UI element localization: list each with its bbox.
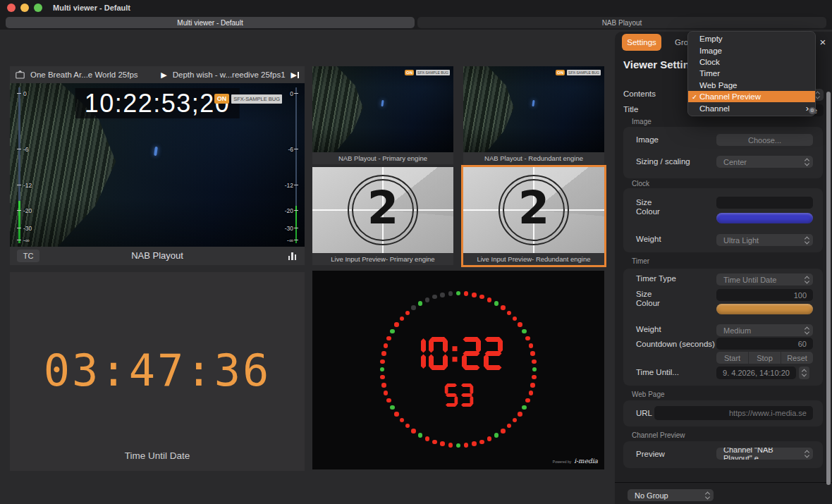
menu-item-clock[interactable]: Clock [688, 56, 815, 68]
clock-dot [386, 336, 391, 340]
menu-item-image[interactable]: Image [688, 44, 815, 56]
time-until-input[interactable]: 9. 4.2026, 14:10:20 [716, 367, 796, 379]
on-badge: ON [214, 94, 230, 104]
preview-label: Preview [636, 450, 665, 459]
live-input-panel-primary[interactable]: 2 Live Input Preview- Primary engine [312, 167, 453, 265]
meter-tick-label: -6 [288, 147, 293, 152]
channel-name-label: NAB Playout [10, 250, 305, 261]
sizing-label: Sizing / scaling [636, 157, 690, 166]
tab-nab-playout[interactable]: NAB Playout [417, 17, 826, 28]
meter-tick [17, 228, 21, 228]
clock-dot [390, 329, 394, 333]
meter-tick-label: -20 [285, 208, 293, 214]
clock-dot [522, 405, 526, 410]
tab-multi-viewer[interactable]: Multi viewer - Default [6, 17, 415, 28]
clock-dot [507, 311, 511, 315]
clock-dot [525, 398, 530, 402]
clock-dot [380, 367, 384, 371]
timer-size-input[interactable]: 100 [716, 289, 813, 301]
start-button[interactable]: Start [716, 352, 748, 364]
clock-dot [464, 443, 468, 447]
tab-settings[interactable]: Settings [622, 34, 661, 51]
sizing-select[interactable]: Center [716, 156, 813, 168]
timer-colour-swatch[interactable] [716, 304, 813, 314]
timer-countdown-value: 03:47:36 [44, 345, 271, 396]
clock-dot [432, 440, 436, 444]
countdown-seconds-input[interactable]: 60 [716, 338, 813, 350]
clock-dot [529, 343, 533, 348]
meter-tick-label: -30 [285, 226, 293, 231]
current-clip-title: One Breath Ar...e World 25fps [30, 70, 138, 79]
program-video[interactable]: 0-6-12-20-30-∞ 0-6-12-20-30-∞ 10:22:53;2… [10, 83, 305, 247]
clock-dot [405, 311, 410, 315]
live-input-panel-redundant-selected[interactable]: 2 Live Input Preview- Redundant engine [463, 167, 604, 265]
clock-colour-label: Colour [636, 207, 660, 216]
clock-dot [501, 305, 505, 309]
clock-dot [381, 351, 386, 355]
clock-weight-select[interactable]: Ultra Light [716, 234, 813, 246]
choose-image-button[interactable]: Choose... [716, 134, 813, 146]
traffic-light-zoom[interactable] [34, 4, 42, 12]
close-icon[interactable]: × [817, 36, 828, 47]
clock-dot [380, 375, 384, 379]
clock-dot [386, 398, 391, 402]
time-until-label: Time Until... [636, 368, 679, 377]
clock-dot [384, 391, 388, 395]
preview-panel-redundant[interactable]: ONSFX-SAMPLE BUG NAB Playout - Redundant… [463, 66, 604, 164]
clock-dot [411, 429, 415, 433]
menu-item-web-page[interactable]: Web Page [688, 80, 815, 91]
menu-item-label: Clock [699, 58, 720, 66]
reset-button[interactable]: Reset [781, 352, 813, 364]
menu-item-empty[interactable]: Empty [688, 33, 815, 44]
sidebar-scrollbar[interactable] [826, 92, 831, 485]
meter-tick-label: -6 [23, 147, 29, 152]
stop-button[interactable]: Stop [748, 352, 781, 364]
preview-channel-select[interactable]: Channel "NAB Playout" e… [716, 448, 813, 460]
clock-weight-label: Weight [636, 235, 661, 244]
preview-panel-primary[interactable]: ONSFX-SAMPLE BUG NAB Playout - Primary e… [312, 66, 453, 164]
panel-caption: Live Input Preview- Redundant engine [463, 253, 604, 265]
next-clip-title: Depth wish - w...reedive 25fps1 [173, 70, 286, 79]
updown-chevron-icon [804, 276, 809, 283]
clock-dot [479, 295, 484, 299]
clock-dot [487, 297, 491, 302]
audio-levels-icon[interactable] [288, 252, 297, 260]
traffic-light-close[interactable] [7, 4, 16, 12]
meter-level [18, 201, 20, 243]
clock-viewer-panel[interactable]: Powered by i-media [312, 271, 604, 469]
clock-dot [394, 412, 398, 416]
url-label: URL [636, 409, 652, 418]
group-select[interactable]: No Group [628, 489, 714, 501]
menu-item-timer[interactable]: Timer [688, 68, 815, 79]
menu-item-label: Timer [699, 69, 720, 78]
clock-dot [479, 440, 484, 444]
powered-by-logo: Powered by i-media [553, 457, 598, 465]
panel-caption: NAB Playout - Redundant engine [463, 152, 604, 164]
meter-tick-label: 0 [290, 91, 293, 97]
menu-item-channel[interactable]: Channel› [688, 102, 815, 113]
url-input[interactable]: https://www.i-media.se [654, 406, 813, 420]
clock-size-input[interactable] [716, 197, 813, 209]
clock-dot [494, 433, 498, 437]
menu-corner-gear-icon: ⚙ [809, 107, 816, 114]
menu-item-label: Empty [699, 35, 723, 43]
clock-dot [411, 305, 415, 309]
updown-chevron-icon [804, 326, 809, 334]
meter-tick [294, 93, 298, 94]
menu-item-channel-preview[interactable]: ✓Channel Preview [688, 91, 815, 102]
meter-tick [17, 185, 21, 185]
tab-bar: Multi viewer - Default NAB Playout [0, 16, 832, 30]
panel-caption: Live Input Preview- Primary engine [312, 253, 453, 265]
contents-menu: EmptyImageClockTimerWeb Page✓Channel Pre… [687, 31, 816, 116]
time-until-stepper[interactable] [799, 367, 809, 379]
timer-viewer-panel[interactable]: 03:47:36 Time Until Date [10, 272, 305, 471]
clock-colour-swatch[interactable] [716, 213, 813, 223]
main-viewer-panel[interactable]: One Breath Ar...e World 25fps ▶ Depth wi… [10, 66, 305, 265]
timer-type-select[interactable]: Time Until Date [716, 273, 813, 285]
audio-meter-left: 0-6-12-20-30-∞ [11, 83, 34, 247]
clock-dot [487, 436, 491, 441]
clock-dot [513, 316, 517, 321]
timer-weight-select[interactable]: Medium [716, 324, 813, 336]
countdown-seconds-label: Countdown (seconds) [636, 340, 715, 349]
traffic-light-minimize[interactable] [20, 4, 29, 12]
